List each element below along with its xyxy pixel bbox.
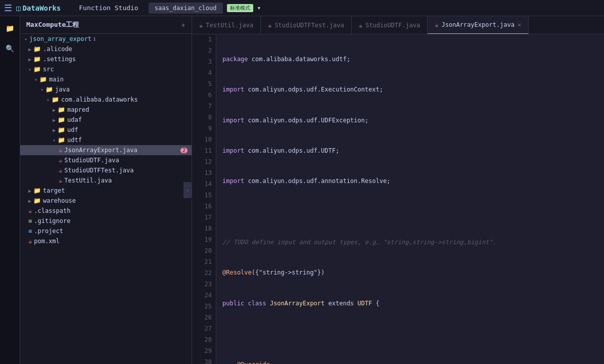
tree-mapred[interactable]: ▶ 📁 mapred xyxy=(20,105,192,115)
menu-icon[interactable]: ☰ xyxy=(4,3,12,13)
project-title: MaxCompute工程 xyxy=(26,20,79,29)
tab-label: JsonArrayExport.java xyxy=(442,21,515,28)
editor-tabs: ☕ TestUtil.java ☕ StudioUDTFTest.java ☕ … xyxy=(192,16,604,34)
tree-item-label: .gitignore xyxy=(34,217,70,224)
tree-item-label: StudioUDTFTest.java xyxy=(64,167,133,174)
folder-icon: 📁 xyxy=(58,116,65,123)
tree-alicode[interactable]: ▶ 📁 .alicode xyxy=(20,44,192,54)
code-line-11: @Override xyxy=(222,359,598,364)
tree-item-label: TestUtil.java xyxy=(64,177,112,184)
tree-com-alibaba[interactable]: ▾ 📁 com.alibaba.dataworks xyxy=(20,95,192,105)
mode-badge: 标准模式 xyxy=(227,4,253,12)
code-content[interactable]: package com.alibaba.dataworks.udtf; impo… xyxy=(216,34,604,364)
file-icon: ≡ xyxy=(28,217,32,224)
active-tab[interactable]: saas_daxian_cloud xyxy=(149,3,223,14)
brand-icon: ◫ xyxy=(16,4,20,12)
tree-item-label: src xyxy=(43,66,54,73)
tree-udtf[interactable]: ▾ 📁 udtf xyxy=(20,135,192,145)
sidebar-collapse-handle[interactable]: ‹ xyxy=(183,182,192,198)
tree-item-label: main xyxy=(49,76,64,83)
tree-item-label: .project xyxy=(34,228,63,235)
arrow-icon: ▶ xyxy=(53,117,56,123)
folder-icon: 📁 xyxy=(58,126,65,133)
tree-udaf[interactable]: ▶ 📁 udaf xyxy=(20,115,192,125)
tab-icon: ☕ xyxy=(199,22,203,29)
tree-src[interactable]: ▾ 📁 src xyxy=(20,64,192,74)
code-line-10 xyxy=(222,329,598,340)
error-badge: 2 xyxy=(180,148,188,153)
tree-item-label: com.alibaba.dataworks xyxy=(61,96,138,103)
tab-icon: ☕ xyxy=(435,21,438,28)
arrow-icon: ▶ xyxy=(28,198,31,204)
arrow-icon: ▾ xyxy=(47,97,50,103)
tree-item-label: StudioUDTF.java xyxy=(64,157,119,164)
sidebar-icon-files[interactable]: 📁 xyxy=(2,20,18,36)
folder-icon: 📁 xyxy=(58,136,65,144)
tree-studio-udtf[interactable]: ☕ StudioUDTF.java xyxy=(20,155,192,165)
code-line-2: import com.aliyun.odps.udf.ExecutionCont… xyxy=(222,84,598,96)
sidebar-icons: 📁 🔍 xyxy=(0,16,20,364)
arrow-icon: ▾ xyxy=(40,87,43,93)
folder-icon: 📁 xyxy=(45,86,53,93)
tree-item-label: mapred xyxy=(67,106,89,113)
arrow-icon: ▾ xyxy=(34,77,37,82)
dropdown-button[interactable]: ▾ xyxy=(257,4,261,12)
java-error-icon: ☕ xyxy=(28,207,32,214)
function-studio-nav[interactable]: Function Studio xyxy=(73,2,144,14)
tree-settings[interactable]: ▶ 📁 .settings xyxy=(20,54,192,64)
arrow-icon: ▾ xyxy=(28,67,31,72)
code-editor[interactable]: 12345 678910 1112131415 1617181920 21222… xyxy=(192,34,604,364)
tree-item-label: java xyxy=(55,86,70,93)
tree-warehouse[interactable]: ▶ 📁 warehouse xyxy=(20,196,192,206)
arrow-icon: ▶ xyxy=(28,47,31,52)
tree-java[interactable]: ▾ 📁 java xyxy=(20,84,192,95)
tab-studio-udtf[interactable]: ☕ StudioUDTF.java xyxy=(352,16,428,34)
sidebar: MaxCompute工程 ✈ ▾ json_array_export ℹ ▶ 📁… xyxy=(20,16,192,364)
code-line-7: // TODO define input and output types, e… xyxy=(222,237,598,248)
tab-json-array-export[interactable]: ☕ JsonArrayExport.java ✕ xyxy=(428,16,529,34)
tree-json-array-export[interactable]: ☕ JsonArrayExport.java 2 xyxy=(20,145,192,155)
tree-target[interactable]: ▶ 📁 target xyxy=(20,186,192,196)
arrow-icon: ▶ xyxy=(53,107,56,113)
tree-item-label: JsonArrayExport.java xyxy=(64,147,137,154)
project-name: json_array_export xyxy=(29,35,91,42)
file-icon: ≡ xyxy=(28,228,32,235)
java-error-icon: ☕ xyxy=(59,157,62,164)
tab-label: StudioUDTF.java xyxy=(365,22,420,29)
tree-udf[interactable]: ▶ 📁 udf xyxy=(20,125,192,135)
tree-item-label: udtf xyxy=(67,136,82,144)
file-icon: ☕ xyxy=(28,238,32,245)
java-error-icon: ☕ xyxy=(59,147,62,154)
tab-icon: ☕ xyxy=(268,22,271,29)
tab-label: TestUtil.java xyxy=(206,22,253,29)
tree-item-label: .classpath xyxy=(34,207,70,214)
brand-name: DataWorks xyxy=(22,4,61,12)
arrow-icon: ▾ xyxy=(24,36,27,42)
project-root[interactable]: ▾ json_array_export ℹ xyxy=(20,34,192,44)
folder-icon: 📁 xyxy=(39,76,47,83)
tree-item-label: udaf xyxy=(67,116,82,123)
tree-main[interactable]: ▾ 📁 main xyxy=(20,74,192,84)
tree-classpath[interactable]: ☕ .classpath xyxy=(20,206,192,216)
code-line-1: package com.alibaba.dataworks.udtf; xyxy=(222,54,598,65)
arrow-icon: ▾ xyxy=(53,138,56,143)
code-line-8: @Resolve({"string->string"}) xyxy=(222,267,598,279)
sidebar-icon-search[interactable]: 🔍 xyxy=(2,40,18,57)
info-icon[interactable]: ℹ xyxy=(94,36,96,42)
tree-project[interactable]: ≡ .project xyxy=(20,226,192,236)
java-error-icon: ☕ xyxy=(59,177,62,184)
tree-test-util[interactable]: ☕ TestUtil.java xyxy=(20,175,192,186)
tree-pom[interactable]: ☕ pom.xml xyxy=(20,236,192,246)
send-icon[interactable]: ✈ xyxy=(181,21,185,29)
folder-icon: 📁 xyxy=(33,66,41,73)
tab-studio-udtf-test[interactable]: ☕ StudioUDTFTest.java xyxy=(261,16,352,34)
code-line-9: public class JsonArrayExport extends UDT… xyxy=(222,298,598,309)
brand: ◫ DataWorks xyxy=(16,4,61,12)
code-line-3: import com.aliyun.odps.udf.UDFException; xyxy=(222,115,598,126)
tree-gitignore[interactable]: ≡ .gitignore xyxy=(20,216,192,226)
tree-studio-udtf-test[interactable]: ☕ StudioUDTFTest.java xyxy=(20,165,192,175)
tab-test-util[interactable]: ☕ TestUtil.java xyxy=(192,16,261,34)
sidebar-header: MaxCompute工程 ✈ xyxy=(20,16,192,34)
tab-close-button[interactable]: ✕ xyxy=(518,21,521,28)
topbar: ☰ ◫ DataWorks Function Studio saas_daxia… xyxy=(0,0,604,16)
